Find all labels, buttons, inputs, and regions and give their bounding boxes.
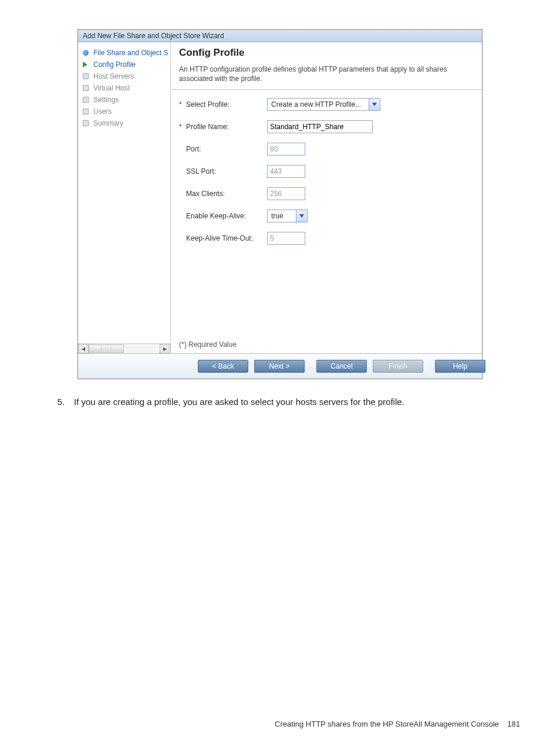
dialog-title: Add New File Share and Object Store Wiza… xyxy=(83,32,224,40)
label-port: Port: xyxy=(179,145,267,153)
step-pending-icon xyxy=(83,73,89,79)
port-input[interactable] xyxy=(267,143,305,156)
instruction-step: 5. If you are creating a profile, you ar… xyxy=(40,397,520,407)
row-keep-alive: Enable Keep-Alive: true xyxy=(179,210,474,222)
step-number: 5. xyxy=(40,397,74,407)
scroll-left-icon[interactable]: ◀ xyxy=(78,344,89,353)
nav-item-summary[interactable]: Summary xyxy=(83,117,170,129)
nav-item-users[interactable]: Users xyxy=(83,106,170,117)
profile-name-input[interactable] xyxy=(267,120,373,133)
label-ssl-port: SSL Port: xyxy=(179,167,267,175)
label-max-clients: Max Clients: xyxy=(179,190,267,198)
back-button[interactable]: < Back xyxy=(198,360,248,373)
scroll-right-icon[interactable]: ▶ xyxy=(160,344,170,353)
required-note: (*) Required Value xyxy=(179,340,237,349)
cancel-button[interactable]: Cancel xyxy=(316,360,367,373)
row-port: Port: xyxy=(179,143,474,156)
nav-item-virtual-host[interactable]: Virtual Host xyxy=(83,82,170,94)
nav-item-file-share[interactable]: File Share and Object S xyxy=(83,47,170,59)
ssl-port-input[interactable] xyxy=(267,165,305,178)
dialog-body: File Share and Object S Config Profile H… xyxy=(78,42,482,353)
step-text: If you are creating a profile, you are a… xyxy=(74,397,404,407)
label-keep-alive-timeout: Keep-Alive Time-Out: xyxy=(179,234,267,242)
label-profile-name: * Profile Name: xyxy=(179,123,267,131)
main-header: Config Profile An HTTP configuration pro… xyxy=(171,42,482,90)
row-ssl-port: SSL Port: xyxy=(179,165,474,178)
dialog-titlebar: Add New File Share and Object Store Wiza… xyxy=(78,30,482,42)
finish-button: Finish xyxy=(373,360,423,373)
step-pending-icon xyxy=(83,85,89,91)
select-profile-value: Create a new HTTP Profile... xyxy=(268,99,369,110)
row-max-clients: Max Clients: xyxy=(179,187,474,200)
step-pending-icon xyxy=(83,120,89,126)
keep-alive-value: true xyxy=(268,210,296,222)
keep-alive-timeout-input[interactable] xyxy=(267,232,305,245)
wizard-dialog: Add New File Share and Object Store Wiza… xyxy=(77,29,483,379)
form-area: * Select Profile: Create a new HTTP Prof… xyxy=(171,90,482,353)
select-profile-combo[interactable]: Create a new HTTP Profile... xyxy=(267,98,380,111)
button-bar: < Back Next > Cancel Finish Help xyxy=(78,353,482,379)
nav-item-host-servers[interactable]: Host Servers xyxy=(83,70,170,82)
label-keep-alive: Enable Keep-Alive: xyxy=(179,212,267,220)
arrow-right-icon xyxy=(83,62,89,67)
label-select-profile: * Select Profile: xyxy=(179,100,267,109)
row-profile-name: * Profile Name: xyxy=(179,120,474,133)
required-star-icon: * xyxy=(179,123,184,131)
nav-scrollbar[interactable]: ◀ ⋮⋮⋮ ▶ xyxy=(78,343,170,353)
chevron-down-icon[interactable] xyxy=(369,99,380,110)
page-description: An HTTP configuration profile defines gl… xyxy=(179,65,474,83)
step-pending-icon xyxy=(83,97,89,103)
next-button[interactable]: Next > xyxy=(254,360,305,373)
required-star-icon: * xyxy=(179,100,184,109)
wizard-main: Config Profile An HTTP configuration pro… xyxy=(171,42,482,353)
row-keep-alive-timeout: Keep-Alive Time-Out: xyxy=(179,232,474,245)
page-heading: Config Profile xyxy=(179,47,474,59)
wizard-nav: File Share and Object S Config Profile H… xyxy=(78,42,171,353)
keep-alive-combo[interactable]: true xyxy=(267,210,308,222)
help-button[interactable]: Help xyxy=(435,360,485,373)
row-select-profile: * Select Profile: Create a new HTTP Prof… xyxy=(179,98,474,111)
step-pending-icon xyxy=(83,109,89,114)
max-clients-input[interactable] xyxy=(267,187,305,200)
chevron-down-icon[interactable] xyxy=(296,210,307,222)
nav-item-settings[interactable]: Settings xyxy=(83,94,170,106)
check-icon xyxy=(83,50,89,56)
scroll-track[interactable]: ⋮⋮⋮ xyxy=(89,345,160,353)
scroll-thumb[interactable]: ⋮⋮⋮ xyxy=(89,345,124,353)
nav-item-config-profile[interactable]: Config Profile xyxy=(83,59,170,70)
